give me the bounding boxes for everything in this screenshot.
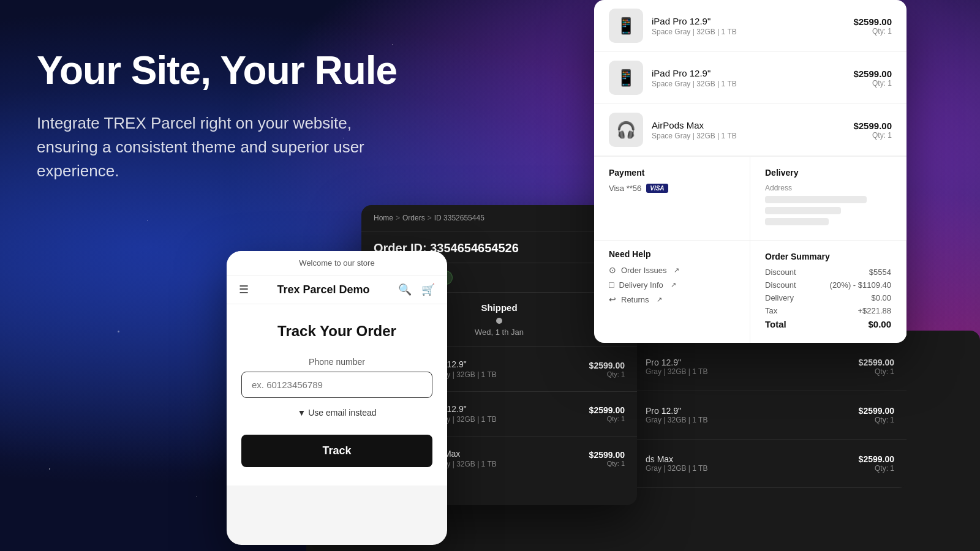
track-button[interactable]: Track	[241, 435, 432, 467]
dark-product-name: ds Max	[646, 454, 850, 464]
help-link-label: Delivery Info	[619, 280, 663, 290]
email-toggle-text: ▼ Use email instead	[297, 408, 376, 418]
summary-product-thumb: 📱	[609, 9, 643, 43]
visa-badge: VISA	[646, 184, 668, 193]
sub-text: Integrate TREX Parcel right on your webs…	[37, 111, 417, 183]
help-link[interactable]: □ Delivery Info ↗	[609, 280, 735, 290]
help-link-icon: ↩	[609, 294, 616, 304]
need-help-section: Need Help ⊙ Order Issues ↗ □ Delivery In…	[594, 241, 750, 343]
dark-product-price: $2599.00 Qty: 1	[859, 406, 894, 424]
dark-qty: Qty: 1	[859, 464, 894, 473]
help-links: ⊙ Order Issues ↗ □ Delivery Info ↗ ↩ Ret…	[609, 265, 735, 304]
dark-amount: $2599.00	[859, 358, 894, 367]
price-amount: $2599.00	[589, 450, 625, 460]
cart-icon[interactable]: 🛒	[421, 283, 435, 296]
summary-row-value: $0.00	[871, 293, 891, 302]
dark-product-specs: Gray | 32GB | 1 TB	[646, 416, 850, 424]
help-link-arrow: ↗	[657, 296, 662, 304]
payment-row: Visa **56 VISA	[609, 184, 735, 193]
summary-product-name: iPad Pro 12.9"	[652, 68, 845, 78]
dark-products-list: 📱 Pro 12.9" Gray | 32GB | 1 TB $2599.00 …	[594, 343, 907, 488]
price-qty: Qty: 1	[589, 460, 625, 467]
summary-card: 📱 iPad Pro 12.9" Space Gray | 32GB | 1 T…	[594, 0, 907, 343]
dark-product-info: Pro 12.9" Gray | 32GB | 1 TB	[646, 406, 850, 424]
track-title: Track Your Order	[241, 323, 432, 340]
dark-product-info: Pro 12.9" Gray | 32GB | 1 TB	[646, 358, 850, 376]
summary-products: 📱 iPad Pro 12.9" Space Gray | 32GB | 1 T…	[594, 0, 907, 157]
breadcrumb-orders[interactable]: Orders	[402, 214, 425, 222]
search-icon[interactable]: 🔍	[398, 283, 412, 296]
dark-product-info: ds Max Gray | 32GB | 1 TB	[646, 454, 850, 473]
dark-amount: $2599.00	[859, 406, 894, 416]
dark-product-specs: Gray | 32GB | 1 TB	[646, 464, 850, 473]
summary-product-specs: Space Gray | 32GB | 1 TB	[652, 28, 845, 36]
help-link-icon: □	[609, 280, 614, 290]
summary-row-value: $5554	[869, 268, 891, 277]
mobile-body: Track Your Order Phone number ▼ Use emai…	[227, 304, 447, 485]
order-summary-title: Order Summary	[765, 252, 891, 261]
summary-amount: $2599.00	[853, 17, 892, 27]
address-line1	[765, 196, 867, 203]
summary-product-row: 📱 iPad Pro 12.9" Space Gray | 32GB | 1 T…	[594, 52, 907, 104]
hamburger-icon[interactable]: ☰	[239, 283, 249, 296]
help-link[interactable]: ↩ Returns ↗	[609, 294, 735, 304]
dark-product-specs: Gray | 32GB | 1 TB	[646, 367, 850, 376]
address-line2	[765, 207, 841, 214]
delivery-title: Delivery	[765, 168, 892, 178]
product-price: $2599.00 Qty: 1	[589, 450, 625, 467]
price-qty: Qty: 1	[589, 370, 625, 378]
dark-amount: $2599.00	[859, 454, 894, 464]
nav-icons: 🔍 🛒	[398, 283, 435, 296]
summary-row-value: (20%) - $1109.40	[830, 280, 891, 290]
order-summary-row: Tax +$221.88	[765, 306, 891, 315]
summary-product-info: iPad Pro 12.9" Space Gray | 32GB | 1 TB	[652, 16, 845, 36]
summary-row-label: Total	[765, 319, 786, 329]
summary-row-label: Discount	[765, 280, 796, 290]
breadcrumb-sep1: >	[396, 214, 400, 222]
help-link-icon: ⊙	[609, 265, 616, 275]
summary-product-price: $2599.00 Qty: 1	[853, 121, 892, 140]
order-summary-row: Discount $5554	[765, 268, 891, 277]
email-toggle[interactable]: ▼ Use email instead	[241, 408, 432, 418]
dark-qty: Qty: 1	[859, 367, 894, 376]
summary-row-label: Tax	[765, 306, 777, 315]
mobile-mockup: Welcome to our store ☰ Trex Parcel Demo …	[227, 251, 447, 545]
help-link-label: Returns	[621, 295, 649, 304]
delivery-section: Delivery Address	[750, 157, 907, 241]
summary-product-row: 🎧 AirPods Max Space Gray | 32GB | 1 TB $…	[594, 104, 907, 156]
summary-row-label: Discount	[765, 268, 796, 277]
summary-product-specs: Space Gray | 32GB | 1 TB	[652, 80, 845, 88]
summary-product-price: $2599.00 Qty: 1	[853, 69, 892, 88]
summary-product-info: iPad Pro 12.9" Space Gray | 32GB | 1 TB	[652, 68, 845, 88]
need-help-title: Need Help	[609, 249, 735, 259]
mobile-nav: ☰ Trex Parcel Demo 🔍 🛒	[227, 276, 447, 304]
help-link-label: Order Issues	[621, 266, 666, 275]
price-amount: $2599.00	[589, 405, 625, 415]
dark-product-name: Pro 12.9"	[646, 406, 850, 416]
help-link[interactable]: ⊙ Order Issues ↗	[609, 265, 735, 275]
summary-product-specs: Space Gray | 32GB | 1 TB	[652, 132, 845, 140]
breadcrumb-home[interactable]: Home	[374, 214, 393, 222]
delivery-address-label: Address	[765, 184, 892, 192]
summary-product-info: AirPods Max Space Gray | 32GB | 1 TB	[652, 120, 845, 140]
summary-row-label: Delivery	[765, 293, 794, 302]
summary-qty: Qty: 1	[853, 27, 892, 36]
breadcrumb-sep2: >	[428, 214, 432, 222]
dark-product-row: 📱 Pro 12.9" Gray | 32GB | 1 TB $2599.00 …	[594, 391, 907, 440]
order-summary-row: Total $0.00	[765, 319, 891, 329]
summary-amount: $2599.00	[853, 69, 892, 79]
dark-product-price: $2599.00 Qty: 1	[859, 454, 894, 473]
product-price: $2599.00 Qty: 1	[589, 361, 625, 378]
summary-bottom: Payment Visa **56 VISA Delivery Address …	[594, 157, 907, 343]
help-link-arrow: ↗	[671, 281, 676, 289]
address-line3	[765, 218, 829, 225]
summary-product-name: AirPods Max	[652, 120, 845, 130]
shipped-dot	[496, 318, 502, 324]
phone-input[interactable]	[241, 372, 432, 398]
summary-product-row: 📱 iPad Pro 12.9" Space Gray | 32GB | 1 T…	[594, 0, 907, 52]
summary-amount: $2599.00	[853, 121, 892, 131]
dark-product-price: $2599.00 Qty: 1	[859, 358, 894, 376]
summary-row-value: +$221.88	[858, 306, 891, 315]
summary-row-value: $0.00	[868, 319, 891, 329]
dark-qty: Qty: 1	[859, 416, 894, 424]
